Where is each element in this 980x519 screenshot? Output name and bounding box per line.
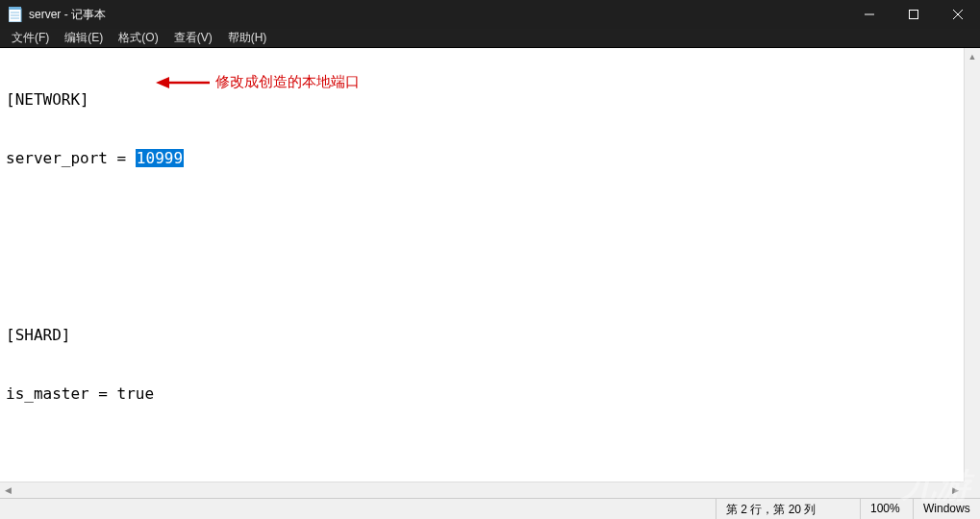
titlebar-left: server - 记事本 bbox=[8, 7, 106, 23]
text-line bbox=[6, 209, 974, 228]
titlebar: server - 记事本 bbox=[0, 0, 980, 29]
text-line bbox=[6, 267, 974, 286]
text-line: is_master = true bbox=[6, 384, 974, 404]
scroll-up-icon[interactable]: ▲ bbox=[965, 48, 980, 64]
scroll-corner bbox=[964, 482, 980, 498]
window-title: server - 记事本 bbox=[29, 7, 106, 23]
editor-wrap: [NETWORK] server_port = 10999 [SHARD] is… bbox=[0, 48, 980, 498]
text-line: [SHARD] bbox=[6, 326, 974, 345]
window-controls bbox=[847, 0, 980, 29]
text-editor[interactable]: [NETWORK] server_port = 10999 [SHARD] is… bbox=[0, 48, 980, 498]
menu-edit[interactable]: 编辑(E) bbox=[57, 28, 111, 48]
vertical-scrollbar[interactable]: ▲ ▼ bbox=[964, 48, 980, 498]
selected-text: 10999 bbox=[136, 149, 184, 167]
scroll-thumb[interactable] bbox=[965, 64, 980, 482]
menu-file[interactable]: 文件(F) bbox=[4, 28, 57, 48]
menubar: 文件(F) 编辑(E) 格式(O) 查看(V) 帮助(H) bbox=[0, 29, 980, 48]
statusbar: 第 2 行，第 20 列 100% Windows bbox=[0, 498, 980, 519]
scroll-thumb[interactable] bbox=[16, 482, 947, 498]
scroll-left-icon[interactable]: ◀ bbox=[0, 482, 16, 498]
menu-format[interactable]: 格式(O) bbox=[111, 28, 165, 48]
svg-rect-6 bbox=[910, 11, 918, 19]
minimize-button[interactable] bbox=[847, 0, 892, 29]
status-os: Windows bbox=[913, 499, 980, 519]
text-span: server_port = bbox=[6, 149, 136, 167]
close-button[interactable] bbox=[936, 0, 980, 29]
notepad-icon bbox=[8, 7, 23, 22]
status-zoom: 100% bbox=[860, 499, 913, 519]
menu-help[interactable]: 帮助(H) bbox=[220, 28, 275, 48]
svg-rect-1 bbox=[9, 7, 21, 10]
status-position: 第 2 行，第 20 列 bbox=[716, 499, 860, 519]
text-line bbox=[6, 443, 974, 462]
horizontal-scrollbar[interactable]: ◀ ▶ bbox=[0, 482, 964, 498]
menu-view[interactable]: 查看(V) bbox=[166, 28, 220, 48]
maximize-button[interactable] bbox=[892, 0, 936, 29]
text-line: server_port = 10999 bbox=[6, 149, 974, 168]
text-line: [NETWORK] bbox=[6, 90, 974, 110]
scroll-right-icon[interactable]: ▶ bbox=[947, 482, 964, 498]
